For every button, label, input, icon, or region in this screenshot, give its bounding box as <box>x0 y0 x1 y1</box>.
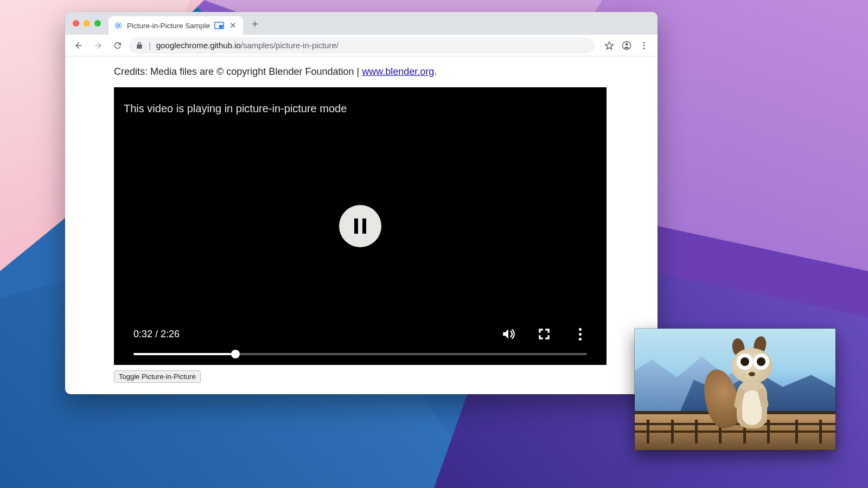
svg-point-4 <box>626 43 628 46</box>
address-bar[interactable]: | googlechrome.github.io/samples/picture… <box>129 37 595 54</box>
window-close-button[interactable] <box>73 20 79 27</box>
video-status-text: This video is playing in picture-in-pict… <box>124 102 347 115</box>
tab-title: Picture-in-Picture Sample <box>127 22 210 30</box>
window-controls <box>69 20 104 27</box>
volume-button[interactable] <box>501 327 515 341</box>
credits-link[interactable]: www.blender.org <box>362 66 434 77</box>
svg-point-6 <box>643 44 645 46</box>
window-minimize-button[interactable] <box>84 20 90 27</box>
tab-close-button[interactable]: ✕ <box>228 21 238 30</box>
svg-point-7 <box>643 47 645 49</box>
video-controls: 0:32 / 2:26 <box>114 327 607 365</box>
video-time: 0:32 / 2:26 <box>133 329 180 340</box>
pip-window[interactable] <box>635 329 835 450</box>
nav-forward-button[interactable] <box>90 37 106 54</box>
pause-button[interactable] <box>339 205 381 247</box>
profile-avatar-button[interactable] <box>618 37 635 54</box>
tab-favicon-icon <box>114 21 123 30</box>
url-text: googlechrome.github.io/samples/picture-i… <box>156 41 339 50</box>
browser-window: Picture-in-Picture Sample ✕ ＋ | googlech… <box>65 12 658 394</box>
pip-indicator-icon <box>214 22 224 29</box>
video-more-button[interactable] <box>573 327 587 341</box>
browser-tab[interactable]: Picture-in-Picture Sample ✕ <box>108 16 243 35</box>
window-zoom-button[interactable] <box>94 20 101 27</box>
svg-rect-2 <box>219 25 223 28</box>
progress-fill <box>133 353 235 355</box>
video-progress-bar[interactable] <box>133 353 587 355</box>
progress-thumb[interactable] <box>231 350 240 358</box>
lock-icon <box>136 42 143 49</box>
video-player[interactable]: This video is playing in picture-in-pict… <box>114 87 607 365</box>
nav-back-button[interactable] <box>71 37 87 54</box>
page-viewport: Credits: Media files are © copyright Ble… <box>65 56 658 394</box>
omnibox-separator: | <box>149 41 151 50</box>
fullscreen-button[interactable] <box>537 327 551 341</box>
new-tab-button[interactable]: ＋ <box>247 16 263 31</box>
toggle-pip-button[interactable]: Toggle Picture-in-Picture <box>114 370 201 383</box>
svg-point-5 <box>643 42 645 43</box>
nav-reload-button[interactable] <box>110 37 126 54</box>
browser-toolbar: | googlechrome.github.io/samples/picture… <box>65 35 658 56</box>
pip-character <box>720 342 786 428</box>
bookmark-star-button[interactable] <box>601 37 617 54</box>
credits-text: Credits: Media files are © copyright Ble… <box>114 66 658 78</box>
tab-strip: Picture-in-Picture Sample ✕ ＋ <box>65 12 658 35</box>
svg-point-0 <box>117 24 119 27</box>
pause-icon <box>354 219 366 234</box>
browser-menu-button[interactable] <box>636 37 652 54</box>
kebab-icon <box>579 328 582 341</box>
